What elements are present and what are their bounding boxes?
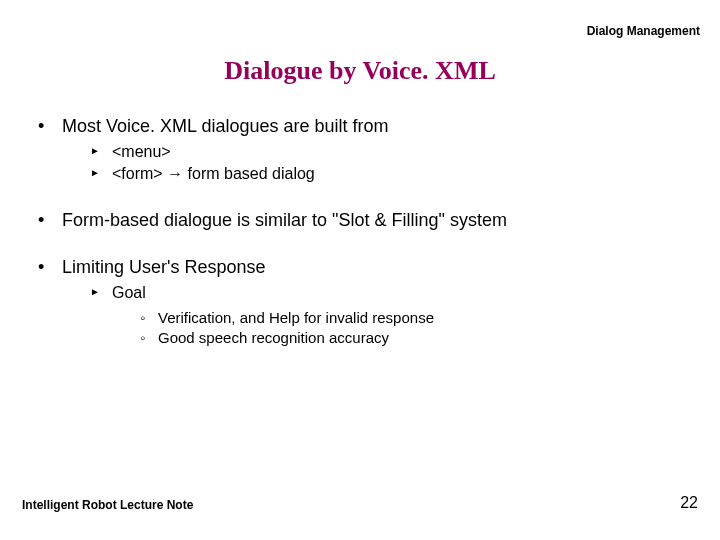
sub-sub-bullet-item: Verification, and Help for invalid respo… [140,308,690,328]
header-label: Dialog Management [587,24,700,38]
sub-sub-bullet-text: Verification, and Help for invalid respo… [158,309,434,326]
page-number: 22 [680,494,698,512]
bullet-item: Limiting User's Response Goal Verificati… [34,257,690,348]
sub-bullet-item: Goal Verification, and Help for invalid … [90,282,690,348]
bullet-item: Most Voice. XML dialogues are built from… [34,116,690,184]
sub-bullet-text: <form> → form based dialog [112,165,315,182]
sub-bullet-text: Goal [112,284,146,301]
bullet-text: Limiting User's Response [62,257,266,277]
slide-title: Dialogue by Voice. XML [0,56,720,86]
sub-bullet-item: <form> → form based dialog [90,163,690,185]
bullet-text: Most Voice. XML dialogues are built from [62,116,389,136]
bullet-text: Form-based dialogue is similar to "Slot … [62,210,507,230]
sub-bullet-text: <menu> [112,143,171,160]
footer-left: Intelligent Robot Lecture Note [22,498,193,512]
slide-body: Most Voice. XML dialogues are built from… [0,116,720,348]
sub-sub-bullet-text: Good speech recognition accuracy [158,329,389,346]
bullet-item: Form-based dialogue is similar to "Slot … [34,210,690,231]
sub-bullet-item: <menu> [90,141,690,163]
sub-sub-bullet-item: Good speech recognition accuracy [140,328,690,348]
